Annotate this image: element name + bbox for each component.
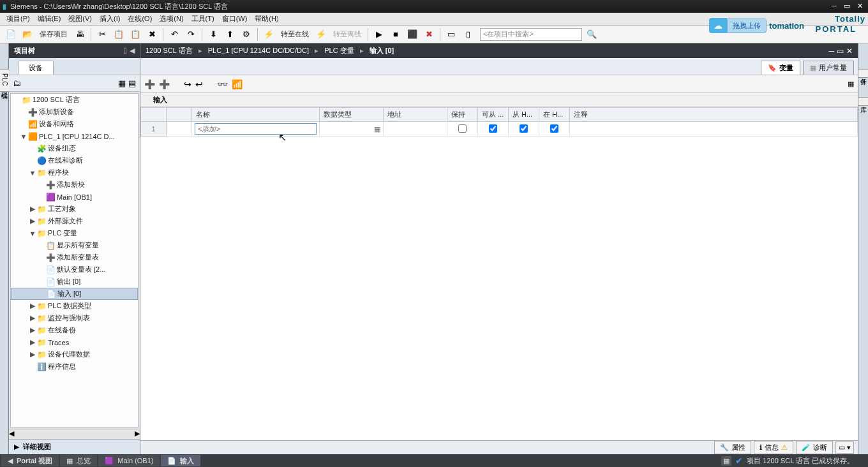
- upload-icon[interactable]: ⬆: [223, 27, 237, 41]
- project-search-input[interactable]: <在项目中搜索>: [480, 28, 582, 41]
- panel-collapse-button[interactable]: ▭ ▾: [835, 441, 854, 454]
- in-h-checkbox[interactable]: [550, 124, 558, 133]
- editor-close-icon[interactable]: ✕: [846, 47, 853, 56]
- col-from-h[interactable]: 从 H...: [509, 108, 539, 122]
- tree-node[interactable]: ▶📁Traces: [11, 336, 138, 348]
- minimize-button[interactable]: ─: [828, 2, 840, 11]
- tab-variables[interactable]: 🔖 变量: [761, 61, 800, 75]
- tree-node[interactable]: ▶📁设备代理数据: [11, 348, 138, 360]
- pin-tree-icon[interactable]: ◀: [130, 47, 135, 55]
- redo-icon[interactable]: ↷: [184, 27, 198, 41]
- flash-icon[interactable]: ⬛: [405, 27, 419, 41]
- go-online-icon[interactable]: ⚡: [262, 27, 276, 41]
- tree-toggle-icon[interactable]: ▶: [29, 350, 36, 359]
- import-icon[interactable]: ↩: [195, 79, 203, 89]
- upload-badge[interactable]: ☁ 拖拽上传 tomation: [709, 18, 804, 33]
- tree-node[interactable]: ▶📁在线备份: [11, 324, 138, 336]
- from-h-checkbox[interactable]: [520, 124, 528, 133]
- copy-icon[interactable]: 📋: [112, 27, 126, 41]
- restore-button[interactable]: ▭: [841, 2, 853, 11]
- main-ob1-button[interactable]: 🟪 Main (OB1): [98, 455, 160, 466]
- tree-node[interactable]: 🔵在线和诊断: [11, 154, 138, 167]
- tree-node[interactable]: ➕添加新变量表: [11, 251, 138, 263]
- tab-devices[interactable]: 设备: [18, 61, 54, 75]
- retain-icon[interactable]: 📶: [232, 79, 243, 89]
- col-in-h[interactable]: 在 H...: [539, 108, 570, 122]
- table-row[interactable]: 1 ▦: [141, 122, 858, 137]
- menu-help[interactable]: 帮助(H): [251, 13, 282, 25]
- editor-maximize-icon[interactable]: ▭: [837, 47, 844, 56]
- diagnostics-panel-button[interactable]: 🧪诊断: [796, 441, 833, 454]
- tree-node[interactable]: 🟪Main [OB1]: [11, 191, 138, 203]
- tree-node[interactable]: ▼🟧PLC_1 [CPU 1214C D...: [11, 130, 138, 142]
- menu-online[interactable]: 在线(O): [124, 13, 156, 25]
- delete-icon[interactable]: ✖: [145, 27, 159, 41]
- tree-node[interactable]: ▶📁工艺对象: [11, 203, 138, 215]
- collapse-tree-icon[interactable]: ▯: [123, 47, 127, 55]
- detail-toggle-icon[interactable]: ▶: [14, 443, 19, 451]
- close-button[interactable]: ✕: [854, 2, 865, 11]
- save-project-button[interactable]: 保存项目: [37, 29, 70, 39]
- col-name[interactable]: 名称: [192, 108, 320, 122]
- tree-node[interactable]: 🧩设备组态: [11, 142, 138, 154]
- monitor-icon[interactable]: 👓: [217, 79, 228, 89]
- tree-toggle-icon[interactable]: ▼: [29, 230, 36, 237]
- split-vertical-icon[interactable]: ▯: [461, 27, 475, 41]
- open-project-icon[interactable]: 📂: [20, 27, 34, 41]
- new-project-icon[interactable]: 📄: [4, 27, 18, 41]
- tree-toggle-icon[interactable]: ▶: [29, 217, 36, 225]
- project-tree[interactable]: 📁1200 SCL 语言➕添加新设备📶设备和网络▼🟧PLC_1 [CPU 121…: [10, 93, 138, 427]
- tree-node[interactable]: ▼📁程序块: [11, 167, 138, 179]
- tree-node[interactable]: ➕添加新块: [11, 179, 138, 191]
- col-address[interactable]: 地址: [384, 108, 447, 122]
- tab-user-constants[interactable]: ▦ 用户常量: [803, 61, 854, 75]
- tree-toggle-icon[interactable]: ▼: [29, 169, 36, 177]
- go-offline-icon[interactable]: ⚡: [314, 27, 328, 41]
- tree-toggle-icon[interactable]: ▶: [29, 205, 36, 213]
- tree-node[interactable]: ➕添加新设备: [11, 106, 138, 118]
- cut-icon[interactable]: ✂: [95, 27, 109, 41]
- undo-icon[interactable]: ↶: [167, 27, 181, 41]
- add-tag-input[interactable]: [195, 123, 317, 135]
- info-panel-button[interactable]: ℹ信息⚠: [754, 441, 793, 454]
- menu-edit[interactable]: 编辑(E): [34, 13, 65, 25]
- print-icon[interactable]: 🖶: [73, 27, 87, 41]
- tree-toggle-icon[interactable]: ▶: [29, 326, 36, 334]
- col-retain[interactable]: 保持: [447, 108, 478, 122]
- retain-checkbox[interactable]: [458, 124, 467, 133]
- col-accessible[interactable]: 可从 ...: [478, 108, 509, 122]
- detail-view-header[interactable]: ▶ 详细视图: [9, 439, 140, 454]
- portal-view-button[interactable]: ◀ Portal 视图: [1, 455, 59, 466]
- tree-expand-icon[interactable]: 🗂: [13, 78, 21, 88]
- tree-view2-icon[interactable]: ▤: [128, 78, 136, 88]
- tree-node[interactable]: ▶📁监控与强制表: [11, 312, 138, 324]
- tree-hscroll[interactable]: ◀▶: [9, 429, 140, 439]
- bc-input[interactable]: 输入 [0]: [370, 47, 394, 54]
- col-comment[interactable]: 注释: [570, 108, 858, 122]
- editor-minimize-icon[interactable]: ─: [828, 47, 834, 56]
- side-tab-tasks[interactable]: 任务: [858, 69, 869, 78]
- compile-icon[interactable]: ⚙: [239, 27, 253, 41]
- new-tag2-icon[interactable]: ➕: [159, 79, 170, 89]
- menu-insert[interactable]: 插入(I): [96, 13, 124, 25]
- col-icon[interactable]: [167, 108, 192, 122]
- tree-node[interactable]: 📶设备和网络: [11, 118, 138, 130]
- side-tab-library[interactable]: 库: [858, 97, 869, 106]
- bc-vars[interactable]: PLC 变量: [324, 47, 354, 54]
- go-offline-button[interactable]: 转至离线: [331, 29, 364, 39]
- tree-node[interactable]: 📋显示所有变量: [11, 239, 138, 251]
- properties-panel-button[interactable]: 🔧属性: [714, 441, 751, 454]
- tree-node[interactable]: 📄默认变量表 [2...: [11, 263, 138, 276]
- tree-node[interactable]: ▼📁PLC 变量: [11, 227, 138, 239]
- menu-view[interactable]: 视图(V): [64, 13, 96, 25]
- cross-ref-icon[interactable]: ✖: [422, 27, 436, 41]
- export-icon[interactable]: ↪: [184, 79, 191, 89]
- menu-options[interactable]: 选项(N): [156, 13, 187, 25]
- overview-button[interactable]: ▦ 总览: [60, 455, 97, 466]
- settings-icon[interactable]: ▦: [848, 80, 854, 88]
- bc-plc[interactable]: PLC_1 [CPU 1214C DC/DC/DC]: [208, 47, 309, 54]
- tree-node[interactable]: 📁1200 SCL 语言: [11, 94, 138, 106]
- tree-view1-icon[interactable]: ▦: [118, 78, 126, 88]
- menu-window[interactable]: 窗口(W): [218, 13, 251, 25]
- paste-icon[interactable]: 📋: [128, 27, 142, 41]
